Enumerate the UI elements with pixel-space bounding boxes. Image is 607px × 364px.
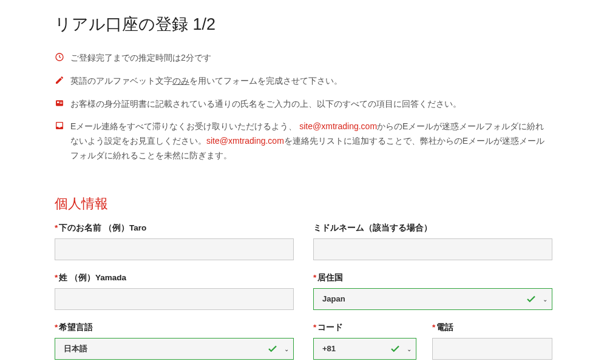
info-item-alpha: 英語のアルファベット文字のみを用いてフォームを完成させて下さい。	[55, 74, 552, 89]
code-label: *コード	[313, 322, 416, 333]
select-value: +81	[320, 344, 336, 353]
first-name-label: *下のお名前 （例）Taro	[55, 223, 294, 234]
first-name-input[interactable]	[55, 238, 294, 260]
select-value: 日本語	[61, 343, 87, 354]
code-select[interactable]: +81 ⌄	[313, 338, 416, 360]
label-text: 電話	[436, 323, 453, 332]
text-underline: のみ	[172, 76, 189, 86]
text-part: 英語のアルファベット文字	[70, 76, 172, 86]
last-name-label: *姓 （例）Yamada	[55, 272, 294, 283]
info-item-mail: Eメール連絡をすべて滞りなくお受け取りいただけるよう、 site@xmtradi…	[55, 120, 552, 163]
id-card-icon	[55, 98, 70, 108]
label-text: コード	[317, 323, 343, 332]
field-middle-name: ミドルネーム（該当する場合）	[313, 223, 552, 260]
select-value: Japan	[320, 294, 345, 303]
label-text: 希望言語	[59, 323, 93, 332]
email-link[interactable]: site@xmtrading.com	[299, 121, 377, 131]
phone-label: *電話	[432, 322, 552, 333]
middle-name-label: ミドルネーム（該当する場合）	[313, 223, 552, 234]
country-label: *居住国	[313, 272, 552, 283]
field-phone-row: *コード +81 ⌄ *電話	[313, 322, 552, 360]
info-list: ご登録完了までの推定時間は2分です 英語のアルファベット文字のみを用いてフォーム…	[55, 51, 552, 163]
field-phone: *電話	[432, 322, 552, 360]
pencil-icon	[55, 75, 70, 85]
page-title: リアル口座の登録 1/2	[55, 13, 552, 35]
info-item-time: ご登録完了までの推定時間は2分です	[55, 51, 552, 66]
field-first-name: *下のお名前 （例）Taro	[55, 223, 294, 260]
label-text: 居住国	[317, 273, 343, 282]
info-item-id: お客様の身分証明書に記載されている通りの氏名をご入力の上、以下のすべての項目に回…	[55, 97, 552, 112]
clock-icon	[55, 52, 70, 62]
field-last-name: *姓 （例）Yamada	[55, 272, 294, 310]
info-text: ご登録完了までの推定時間は2分です	[70, 51, 552, 66]
inbox-icon	[55, 121, 70, 130]
language-select[interactable]: 日本語 ⌄	[55, 338, 294, 360]
label-text: 下のお名前 （例）Taro	[59, 223, 146, 232]
text-part: Eメール連絡をすべて滞りなくお受け取りいただけるよう、	[70, 121, 299, 131]
form-grid: *下のお名前 （例）Taro ミドルネーム（該当する場合） *姓 （例）Yama…	[55, 223, 552, 360]
field-language: *希望言語 日本語 ⌄	[55, 322, 294, 360]
section-title-personal: 個人情報	[55, 195, 552, 213]
email-link[interactable]: site@xmtrading.com	[206, 136, 284, 146]
svg-rect-2	[57, 101, 59, 103]
country-select[interactable]: Japan ⌄	[313, 288, 552, 310]
svg-rect-3	[60, 102, 63, 103]
info-text: お客様の身分証明書に記載されている通りの氏名をご入力の上、以下のすべての項目に回…	[70, 97, 552, 112]
field-code: *コード +81 ⌄	[313, 322, 416, 360]
info-text: Eメール連絡をすべて滞りなくお受け取りいただけるよう、 site@xmtradi…	[70, 120, 552, 163]
phone-input[interactable]	[432, 338, 552, 360]
last-name-input[interactable]	[55, 288, 294, 310]
info-text: 英語のアルファベット文字のみを用いてフォームを完成させて下さい。	[70, 74, 552, 89]
language-label: *希望言語	[55, 322, 294, 333]
field-country: *居住国 Japan ⌄	[313, 272, 552, 310]
middle-name-input[interactable]	[313, 238, 552, 260]
svg-rect-4	[60, 103, 63, 104]
text-part: を用いてフォームを完成させて下さい。	[189, 76, 342, 86]
label-text: 姓 （例）Yamada	[59, 273, 126, 282]
